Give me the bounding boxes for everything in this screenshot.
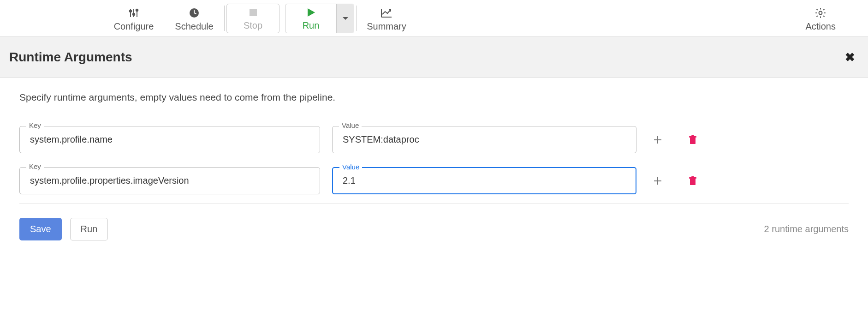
toolbar: Configure Schedule Stop Run — [0, 0, 868, 37]
plus-icon — [653, 176, 663, 186]
schedule-label: Schedule — [175, 22, 213, 31]
delete-row-button[interactable] — [684, 131, 702, 149]
svg-rect-18 — [691, 176, 694, 177]
argument-row: KeyValue — [19, 126, 849, 153]
add-row-button[interactable] — [648, 172, 667, 190]
argument-row: KeyValue — [19, 167, 849, 194]
stop-icon — [248, 6, 258, 19]
svg-rect-12 — [689, 136, 696, 138]
svg-rect-13 — [691, 135, 694, 136]
save-button[interactable]: Save — [19, 218, 62, 240]
value-legend: Value — [339, 121, 362, 129]
schedule-button[interactable]: Schedule — [164, 0, 224, 36]
summary-label: Summary — [367, 22, 406, 31]
key-field[interactable]: Key — [19, 167, 320, 194]
gear-icon — [814, 6, 826, 20]
configure-label: Configure — [114, 22, 154, 31]
key-input[interactable] — [29, 175, 310, 186]
play-icon — [306, 6, 316, 19]
panel-body: Specify runtime arguments, empty values … — [0, 78, 868, 259]
key-legend: Key — [26, 162, 44, 170]
run-label: Run — [303, 20, 320, 31]
run-button[interactable]: Run — [285, 4, 336, 33]
key-legend: Key — [26, 121, 44, 129]
stop-button[interactable]: Stop — [226, 4, 279, 33]
configure-button[interactable]: Configure — [104, 0, 164, 36]
svg-point-3 — [130, 10, 131, 12]
svg-rect-16 — [690, 179, 696, 185]
clock-icon — [189, 6, 200, 20]
svg-rect-17 — [689, 177, 696, 179]
close-button[interactable]: ✖ — [841, 50, 859, 65]
svg-point-8 — [819, 11, 822, 14]
trash-icon — [689, 176, 697, 186]
actions-label: Actions — [805, 22, 836, 31]
run-stop-group: Stop Run — [225, 0, 356, 36]
sliders-icon — [128, 6, 139, 20]
chevron-down-icon — [342, 15, 349, 22]
key-field[interactable]: Key — [19, 126, 320, 153]
arguments-list: KeyValueKeyValue — [19, 126, 849, 204]
value-field[interactable]: Value — [332, 167, 636, 194]
plus-icon — [653, 135, 663, 145]
toolbar-right: Actions — [801, 0, 840, 36]
value-field[interactable]: Value — [332, 126, 636, 153]
arguments-count: 2 runtime arguments — [764, 224, 849, 234]
value-input[interactable] — [342, 175, 627, 186]
chart-line-icon — [380, 6, 392, 20]
add-row-button[interactable] — [648, 131, 667, 149]
panel-footer: Save Run 2 runtime arguments — [19, 218, 849, 240]
value-input[interactable] — [342, 134, 627, 145]
run-split-button: Run — [285, 4, 354, 33]
svg-point-4 — [133, 13, 135, 15]
svg-rect-11 — [690, 138, 696, 144]
delete-row-button[interactable] — [684, 172, 702, 190]
svg-rect-7 — [250, 9, 257, 16]
stop-label: Stop — [244, 20, 262, 31]
summary-button[interactable]: Summary — [357, 0, 416, 36]
panel-description: Specify runtime arguments, empty values … — [19, 92, 849, 103]
key-input[interactable] — [29, 134, 310, 145]
close-icon: ✖ — [845, 50, 855, 64]
value-legend: Value — [339, 163, 362, 171]
run-dropdown-button[interactable] — [336, 4, 354, 33]
footer-actions: Save Run — [19, 218, 108, 240]
actions-button[interactable]: Actions — [801, 6, 840, 31]
run-args-button[interactable]: Run — [70, 218, 108, 240]
svg-point-5 — [136, 9, 138, 11]
panel-header: Runtime Arguments ✖ — [0, 37, 868, 78]
panel-title: Runtime Arguments — [9, 50, 132, 65]
trash-icon — [689, 135, 697, 144]
